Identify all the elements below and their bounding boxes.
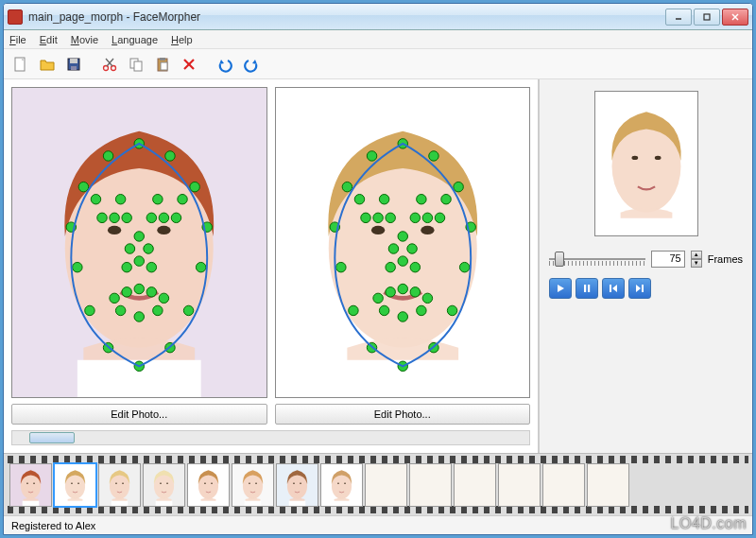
svg-point-80 [354,194,364,203]
save-icon[interactable] [62,53,85,76]
svg-point-151 [337,482,339,483]
filmstrip-frame-empty[interactable] [409,463,452,507]
svg-point-48 [122,287,131,297]
svg-point-94 [422,293,432,303]
svg-point-71 [453,182,462,191]
svg-point-32 [110,213,119,222]
next-frame-button[interactable] [628,278,651,299]
svg-point-132 [166,482,168,483]
horizontal-scrollbar[interactable] [11,430,530,445]
svg-point-86 [406,244,416,253]
filmstrip-frame-empty[interactable] [498,463,541,507]
filmstrip-frame[interactable] [187,463,230,507]
svg-point-28 [190,182,199,191]
status-text: Registered to Alex [11,520,95,531]
svg-point-27 [78,182,88,191]
svg-point-79 [435,213,444,222]
menu-language[interactable]: Language [112,34,158,45]
redo-icon[interactable] [240,53,263,76]
svg-rect-13 [134,61,142,71]
workarea: Edit Photo... Edit Photo... [4,79,752,453]
prev-frame-button[interactable] [602,278,625,299]
frames-spinner[interactable]: ▲▼ [691,251,702,268]
scrollbar-thumb[interactable] [29,432,75,443]
svg-point-89 [410,262,420,271]
preview-image [594,91,698,236]
svg-rect-110 [584,285,586,292]
svg-point-50 [146,287,156,297]
edit-source-button[interactable]: Edit Photo... [11,404,267,425]
svg-rect-7 [71,66,77,70]
filmstrip-frame[interactable] [232,463,274,507]
svg-point-31 [97,213,107,222]
svg-point-136 [204,482,206,483]
svg-point-122 [77,482,79,483]
minimize-button[interactable] [665,9,692,26]
close-button[interactable] [722,9,748,26]
frames-slider[interactable] [549,250,645,269]
filmstrip-frame[interactable] [276,463,318,507]
svg-point-76 [385,213,394,222]
svg-point-40 [178,194,187,203]
filmstrip-frame-empty[interactable] [454,463,496,507]
play-button[interactable] [549,278,572,299]
svg-point-100 [348,305,357,315]
open-icon[interactable] [36,53,59,76]
slider-thumb[interactable] [555,252,564,267]
filmstrip-frame-empty[interactable] [365,463,407,507]
svg-rect-153 [334,500,351,505]
pause-button[interactable] [576,278,598,299]
target-photo-panel: Edit Photo... [275,87,531,425]
filmstrip-frame[interactable] [143,463,185,507]
svg-point-41 [125,244,134,253]
svg-point-77 [410,213,420,222]
filmstrip-frame-empty[interactable] [542,463,585,507]
cut-icon[interactable] [98,53,121,76]
source-photo[interactable] [11,87,267,398]
statusbar: Registered to Alex [4,515,752,534]
frames-input[interactable]: 75 [651,251,685,268]
svg-point-83 [440,194,450,203]
svg-point-75 [372,213,382,222]
filmstrip-frame[interactable] [9,463,52,507]
menu-file[interactable]: File [9,34,26,45]
svg-point-68 [367,151,376,161]
svg-point-152 [344,482,346,483]
menu-help[interactable]: Help [171,34,193,45]
svg-rect-123 [67,500,84,505]
filmstrip-frame[interactable] [320,463,363,507]
frames-label: Frames [708,253,743,265]
svg-point-117 [33,482,35,483]
new-icon[interactable] [9,53,32,76]
svg-line-11 [106,59,112,66]
svg-point-47 [110,293,119,303]
svg-point-85 [398,232,407,241]
target-photo[interactable] [275,87,531,398]
delete-icon[interactable] [178,53,200,76]
paste-icon[interactable] [151,53,174,76]
svg-point-87 [398,256,407,266]
svg-point-46 [146,262,156,271]
copy-icon[interactable] [125,53,147,76]
svg-rect-143 [245,500,262,505]
svg-point-45 [122,262,131,271]
svg-point-90 [372,293,382,303]
filmstrip-frame-empty[interactable] [587,463,629,507]
svg-rect-16 [161,62,167,70]
menu-movie[interactable]: Movie [71,34,98,45]
svg-point-116 [26,482,28,483]
menu-edit[interactable]: Edit [40,34,58,45]
svg-line-10 [107,59,113,66]
svg-point-69 [428,151,438,161]
undo-icon[interactable] [214,53,236,76]
svg-point-141 [249,482,250,483]
edit-target-button[interactable]: Edit Photo... [275,404,531,425]
svg-point-21 [108,226,121,234]
svg-point-56 [196,262,205,271]
maximize-button[interactable] [694,9,720,26]
svg-point-78 [422,213,432,222]
svg-point-84 [388,244,398,253]
filmstrip-frame[interactable] [98,463,141,507]
svg-point-92 [398,284,407,293]
filmstrip-frame[interactable] [54,463,96,507]
